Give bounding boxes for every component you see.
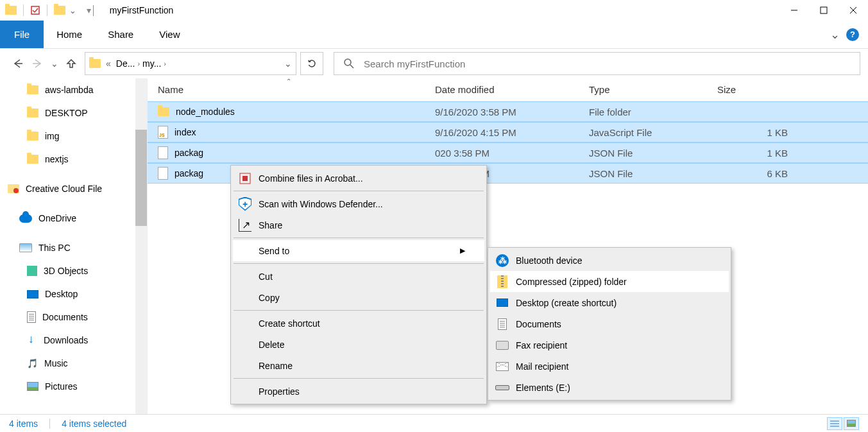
help-button[interactable]: ?: [846, 28, 859, 41]
svg-point-7: [345, 59, 351, 65]
ctx-properties[interactable]: Properties: [233, 381, 484, 402]
downloads-icon: [27, 335, 37, 345]
address-bar[interactable]: « De... › my... › ⌄: [85, 52, 296, 75]
tree-music[interactable]: Music: [0, 352, 147, 375]
ctx-rename[interactable]: Rename: [233, 355, 484, 376]
submenu-arrow-icon: ▶: [460, 246, 465, 255]
col-date[interactable]: Date modified: [429, 78, 583, 101]
back-button[interactable]: [8, 54, 27, 73]
ctx-cut[interactable]: Cut: [233, 266, 484, 287]
status-item-count: 4 items: [9, 419, 38, 429]
up-button[interactable]: [62, 54, 81, 73]
tree-label: Downloads: [44, 335, 88, 345]
ctx-label: Desktop (create shortcut): [516, 298, 617, 308]
tree-label: Creative Cloud File: [26, 184, 102, 194]
qat-folder-icon[interactable]: [54, 6, 65, 15]
file-row[interactable]: packag 020 3:58 PM JSON File 1 KB: [148, 143, 868, 163]
sendto-desktop-shortcut[interactable]: Desktop (create shortcut): [490, 292, 729, 313]
chevron-right-icon[interactable]: ›: [164, 60, 166, 67]
address-folder-icon: [89, 59, 101, 68]
share-icon: [238, 218, 252, 232]
music-icon: [27, 358, 38, 368]
tree-aws-lambda[interactable]: aws-lambda: [0, 78, 147, 101]
cube-icon: [27, 266, 37, 276]
maximize-button[interactable]: [809, 0, 838, 21]
tree-this-pc[interactable]: This PC: [0, 236, 147, 259]
ctx-send-to[interactable]: Send to▶: [233, 240, 484, 261]
ctx-combine-acrobat[interactable]: Combine files in Acrobat...: [233, 168, 484, 189]
tree-label: img: [45, 131, 60, 141]
tree-scrollbar[interactable]: [135, 78, 147, 414]
tree-label: 3D Objects: [44, 266, 88, 276]
sendto-mail[interactable]: Mail recipient: [490, 356, 729, 377]
address-dropdown-icon[interactable]: ⌄: [284, 58, 292, 69]
tree-3d-objects[interactable]: 3D Objects: [0, 259, 147, 282]
ctx-label: Documents: [516, 319, 561, 329]
tree-desktop-folder[interactable]: DESKTOP: [0, 101, 147, 125]
tree-desktop[interactable]: Desktop: [0, 282, 147, 306]
file-row[interactable]: node_modules 9/16/2020 3:58 PM File fold…: [148, 101, 868, 122]
status-bar: 4 items 4 items selected: [0, 414, 868, 432]
ctx-scan-defender[interactable]: Scan with Windows Defender...: [233, 193, 484, 214]
folder-icon: [27, 155, 38, 164]
ctx-label: Scan with Windows Defender...: [259, 199, 383, 209]
tree-nextjs[interactable]: nextjs: [0, 148, 147, 171]
ctx-label: Bluetooth device: [516, 255, 583, 266]
navigation-pane[interactable]: aws-lambda DESKTOP img nextjs Creative C…: [0, 78, 148, 414]
sendto-bluetooth[interactable]: ⁂Bluetooth device: [490, 250, 729, 271]
sendto-documents[interactable]: Documents: [490, 313, 729, 334]
breadcrumb-1[interactable]: De...: [116, 58, 135, 69]
tab-share[interactable]: Share: [95, 21, 146, 48]
tree-scrollbar-thumb[interactable]: [135, 130, 147, 226]
refresh-button[interactable]: [300, 52, 323, 75]
mail-icon: [496, 362, 509, 371]
navigation-row: ⌄ « De... › my... › ⌄: [0, 49, 868, 78]
window-title: myFirstFunction: [102, 5, 174, 15]
folder-icon: [27, 85, 38, 94]
tree-label: Documents: [42, 312, 88, 322]
ctx-label: Fax recipient: [516, 340, 567, 350]
ribbon-expand-icon[interactable]: ⌄: [830, 28, 840, 42]
history-dropdown[interactable]: ⌄: [49, 54, 60, 73]
sendto-fax[interactable]: Fax recipient: [490, 334, 729, 356]
ctx-label: Cut: [259, 272, 273, 282]
tree-label: aws-lambda: [45, 85, 93, 95]
view-thumbnails-button[interactable]: [844, 417, 859, 430]
sendto-compressed-folder[interactable]: Compressed (zipped) folder: [490, 271, 729, 292]
tab-file[interactable]: File: [0, 21, 44, 48]
svg-rect-0: [31, 6, 39, 14]
tree-creative-cloud[interactable]: Creative Cloud File: [0, 177, 147, 200]
tree-label: DESKTOP: [45, 108, 88, 118]
file-row[interactable]: index 9/16/2020 4:15 PM JavaScript File …: [148, 122, 868, 143]
tree-downloads[interactable]: Downloads: [0, 329, 147, 352]
search-input[interactable]: [364, 58, 851, 69]
breadcrumb-overflow[interactable]: «: [103, 58, 114, 69]
tree-onedrive[interactable]: OneDrive: [0, 207, 147, 230]
minimize-button[interactable]: [779, 0, 809, 21]
tree-label: OneDrive: [38, 213, 76, 223]
col-size[interactable]: Size: [711, 78, 794, 101]
file-date: 020 3:58 PM: [429, 148, 583, 159]
fax-icon: [496, 341, 509, 350]
ctx-create-shortcut[interactable]: Create shortcut: [233, 313, 484, 334]
file-size: 6 KB: [711, 168, 794, 179]
tab-home[interactable]: Home: [44, 21, 95, 48]
breadcrumb-2[interactable]: my...: [142, 58, 161, 69]
qat-properties-icon[interactable]: [30, 5, 40, 15]
tree-pictures[interactable]: Pictures: [0, 375, 147, 398]
search-box[interactable]: [334, 52, 860, 75]
chevron-right-icon[interactable]: ›: [137, 60, 140, 67]
tab-view[interactable]: View: [146, 21, 192, 48]
pc-icon: [19, 243, 32, 252]
view-details-button[interactable]: [827, 417, 842, 430]
ctx-delete[interactable]: Delete: [233, 334, 484, 355]
ctx-share[interactable]: Share: [233, 214, 484, 236]
forward-button[interactable]: [28, 54, 47, 73]
qat-dropdown-icon[interactable]: ⌄: [69, 6, 76, 15]
col-type[interactable]: Type: [583, 78, 711, 101]
tree-img[interactable]: img: [0, 125, 147, 148]
ctx-copy[interactable]: Copy: [233, 287, 484, 308]
sendto-drive-e[interactable]: Elements (E:): [490, 377, 729, 398]
close-button[interactable]: [838, 0, 868, 21]
tree-documents[interactable]: Documents: [0, 306, 147, 329]
